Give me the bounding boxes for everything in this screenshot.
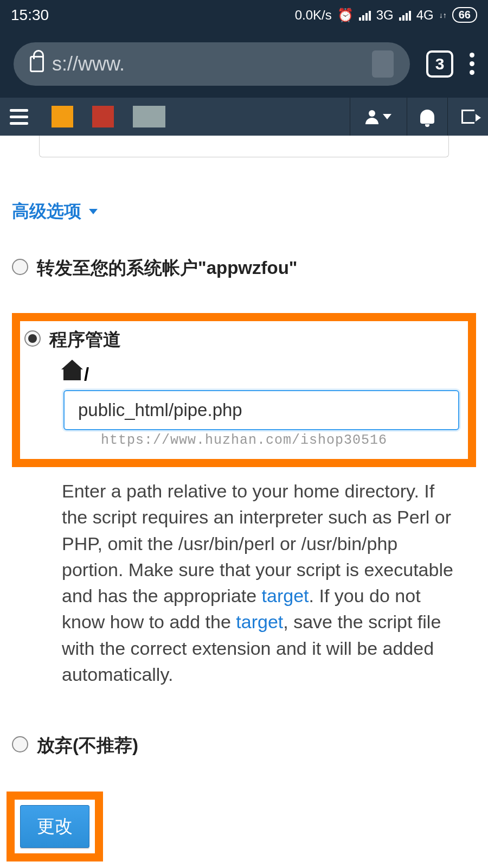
- exit-icon: [461, 110, 474, 124]
- net-speed: 0.0K/s: [295, 8, 332, 23]
- person-icon: [365, 110, 378, 123]
- alarm-icon: ⏰: [337, 8, 354, 23]
- radio-discard[interactable]: [12, 736, 28, 752]
- option-pipe[interactable]: 程序管道: [24, 328, 464, 352]
- browser-chrome: s://www. 3: [0, 30, 488, 98]
- pipe-path-value: public_html/pipe.php: [78, 400, 242, 420]
- highlight-pipe-section: 程序管道 / public_html/pipe.php https://www.…: [12, 313, 476, 467]
- option-discard-label: 放弃(不推荐): [37, 733, 138, 758]
- advanced-options-label: 高级选项: [12, 200, 81, 224]
- url-bar[interactable]: s://www.: [14, 42, 410, 86]
- browser-menu-button[interactable]: [470, 53, 474, 75]
- logo-blocks: [52, 106, 165, 127]
- help-text: Enter a path relative to your home direc…: [62, 478, 460, 687]
- logout-button[interactable]: [447, 98, 488, 136]
- chevron-down-icon: [383, 114, 391, 119]
- url-obscured: [372, 50, 394, 78]
- help-link-target-1[interactable]: target: [262, 585, 309, 606]
- submit-label: 更改: [37, 816, 73, 836]
- network-type-2: 4G: [416, 8, 434, 23]
- lock-icon: [30, 56, 44, 72]
- logo-block-3: [133, 106, 165, 127]
- option-discard[interactable]: 放弃(不推荐): [12, 733, 476, 758]
- logo-block-2: [92, 106, 114, 127]
- signal-icon-2: [399, 10, 411, 21]
- arrows-icon: ↓↑: [439, 11, 447, 20]
- path-prefix: /: [84, 364, 89, 385]
- radio-forward[interactable]: [12, 259, 28, 275]
- submit-button[interactable]: 更改: [20, 805, 89, 848]
- watermark-text: https://www.huzhan.com/ishop30516: [24, 432, 464, 448]
- status-bar: 15:30 0.0K/s ⏰ 3G 4G ↓↑ 66: [0, 0, 488, 30]
- option-forward-label: 转发至您的系统帐户"appwzfou": [37, 256, 297, 280]
- bell-icon: [420, 110, 434, 124]
- signal-icon-1: [359, 10, 371, 21]
- previous-input-bottom[interactable]: [39, 136, 449, 157]
- advanced-options-toggle[interactable]: 高级选项: [12, 200, 476, 224]
- radio-pipe[interactable]: [24, 330, 41, 347]
- status-right: 0.0K/s ⏰ 3G 4G ↓↑ 66: [295, 7, 477, 23]
- hamburger-menu-button[interactable]: [0, 109, 38, 125]
- chevron-down-icon: [89, 209, 98, 214]
- notifications-button[interactable]: [407, 98, 447, 136]
- option-pipe-label: 程序管道: [49, 328, 121, 352]
- battery-indicator: 66: [452, 7, 477, 23]
- logo-block-1: [52, 106, 73, 127]
- tab-count-button[interactable]: 3: [426, 50, 453, 78]
- home-icon: [63, 368, 81, 380]
- option-forward[interactable]: 转发至您的系统帐户"appwzfou": [12, 256, 476, 280]
- pipe-path-input[interactable]: public_html/pipe.php: [63, 390, 459, 430]
- help-link-target-2[interactable]: target: [236, 611, 283, 632]
- app-bar: [0, 98, 488, 136]
- user-menu-button[interactable]: [350, 98, 407, 136]
- status-time: 15:30: [11, 7, 49, 24]
- url-text: s://www.: [52, 53, 125, 75]
- tab-count-value: 3: [435, 55, 445, 73]
- network-type-1: 3G: [376, 8, 394, 23]
- home-path-label: /: [63, 364, 464, 385]
- highlight-submit: 更改: [7, 792, 103, 861]
